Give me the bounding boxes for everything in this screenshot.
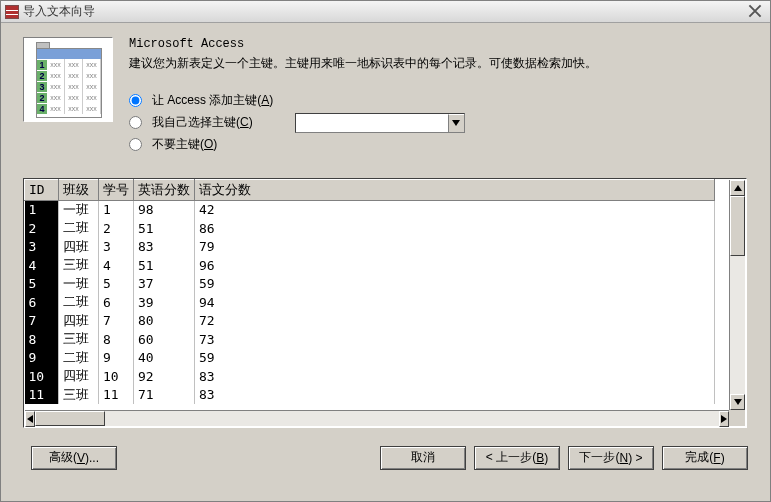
data-cell: 86	[195, 219, 715, 238]
data-cell: 39	[134, 293, 195, 312]
header-text: Microsoft Access 建议您为新表定义一个主键。主键用来唯一地标识表…	[129, 37, 748, 156]
radio-no-key[interactable]	[129, 138, 142, 151]
next-button[interactable]: 下一步(N) >	[568, 446, 654, 470]
header-row: 1xxxxxxxxx2xxxxxxxxx3xxxxxxxxx2xxxxxxxxx…	[23, 37, 748, 156]
horizontal-scrollbar[interactable]	[25, 410, 729, 426]
data-cell: 83	[195, 367, 715, 386]
id-cell: 6	[25, 293, 59, 312]
table-row: 4三班45196	[25, 256, 715, 275]
table-row: 2二班25186	[25, 219, 715, 238]
data-cell: 一班	[59, 200, 99, 219]
data-cell: 四班	[59, 237, 99, 256]
data-cell: 二班	[59, 348, 99, 367]
data-cell: 3	[99, 237, 134, 256]
title-bar: 导入文本向导	[1, 1, 770, 23]
id-cell: 9	[25, 348, 59, 367]
data-cell: 4	[99, 256, 134, 275]
data-cell: 四班	[59, 311, 99, 330]
wizard-illustration: 1xxxxxxxxx2xxxxxxxxx3xxxxxxxxx2xxxxxxxxx…	[23, 37, 113, 122]
data-cell: 二班	[59, 219, 99, 238]
data-cell: 2	[99, 219, 134, 238]
combo-dropdown-icon[interactable]	[448, 114, 464, 132]
data-cell: 83	[195, 385, 715, 404]
scroll-thumb-horizontal[interactable]	[35, 411, 105, 426]
app-icon	[5, 5, 19, 19]
data-cell: 一班	[59, 274, 99, 293]
window-title: 导入文本向导	[23, 3, 748, 20]
data-cell: 三班	[59, 385, 99, 404]
data-cell: 83	[134, 237, 195, 256]
id-cell: 10	[25, 367, 59, 386]
data-cell: 80	[134, 311, 195, 330]
id-cell: 11	[25, 385, 59, 404]
table-row: 1一班19842	[25, 200, 715, 219]
finish-button[interactable]: 完成(F)	[662, 446, 748, 470]
data-cell: 10	[99, 367, 134, 386]
column-header[interactable]: 班级	[59, 179, 99, 200]
description-text: 建议您为新表定义一个主键。主键用来唯一地标识表中的每个记录。可使数据检索加快。	[129, 55, 748, 72]
scroll-thumb-vertical[interactable]	[730, 196, 745, 256]
primary-key-options: 让 Access 添加主键(A) 我自己选择主键(C)	[129, 90, 748, 156]
close-button[interactable]	[748, 4, 766, 20]
id-cell: 7	[25, 311, 59, 330]
id-cell: 8	[25, 330, 59, 349]
data-cell: 二班	[59, 293, 99, 312]
table-row: 8三班86073	[25, 330, 715, 349]
advanced-button[interactable]: 高级(V)...	[31, 446, 117, 470]
scroll-left-button[interactable]	[25, 411, 35, 427]
preview-table: ID班级学号英语分数语文分数1一班198422二班251863四班383794三…	[24, 179, 715, 404]
data-cell: 98	[134, 200, 195, 219]
column-header[interactable]: 语文分数	[195, 179, 715, 200]
data-cell: 79	[195, 237, 715, 256]
id-cell: 3	[25, 237, 59, 256]
table-row: 11三班117183	[25, 385, 715, 404]
data-cell: 四班	[59, 367, 99, 386]
radio-choose-key-label[interactable]: 我自己选择主键(C)	[152, 114, 253, 131]
data-cell: 51	[134, 219, 195, 238]
column-header[interactable]: ID	[25, 179, 59, 200]
table-row: 3四班38379	[25, 237, 715, 256]
data-cell: 73	[195, 330, 715, 349]
button-bar: 高级(V)... 取消 < 上一步(B) 下一步(N) > 完成(F)	[23, 446, 748, 470]
scroll-up-button[interactable]	[730, 180, 745, 196]
table-row: 5一班53759	[25, 274, 715, 293]
data-cell: 37	[134, 274, 195, 293]
table-row: 9二班94059	[25, 348, 715, 367]
scroll-right-button[interactable]	[719, 411, 729, 427]
data-cell: 三班	[59, 256, 99, 275]
data-cell: 11	[99, 385, 134, 404]
data-cell: 92	[134, 367, 195, 386]
data-cell: 96	[195, 256, 715, 275]
product-label: Microsoft Access	[129, 37, 748, 51]
wizard-window: 导入文本向导 1xxxxxxxxx2xxxxxxxxx3xxxxxxxxx2xx…	[0, 0, 771, 502]
table-row: 10四班109283	[25, 367, 715, 386]
data-cell: 7	[99, 311, 134, 330]
data-cell: 60	[134, 330, 195, 349]
data-cell: 51	[134, 256, 195, 275]
radio-no-key-label[interactable]: 不要主键(O)	[152, 136, 217, 153]
data-cell: 5	[99, 274, 134, 293]
data-cell: 71	[134, 385, 195, 404]
data-cell: 59	[195, 274, 715, 293]
id-cell: 2	[25, 219, 59, 238]
radio-auto-key-label[interactable]: 让 Access 添加主键(A)	[152, 92, 273, 109]
data-preview-grid: ID班级学号英语分数语文分数1一班198422二班251863四班383794三…	[23, 178, 747, 428]
vertical-scrollbar[interactable]	[729, 180, 745, 410]
scrollbar-corner	[729, 410, 745, 426]
scroll-down-button[interactable]	[730, 394, 745, 410]
back-button[interactable]: < 上一步(B)	[474, 446, 560, 470]
table-row: 6二班63994	[25, 293, 715, 312]
data-cell: 1	[99, 200, 134, 219]
data-cell: 8	[99, 330, 134, 349]
key-field-combo[interactable]	[295, 113, 465, 133]
radio-auto-key[interactable]	[129, 94, 142, 107]
column-header[interactable]: 英语分数	[134, 179, 195, 200]
table-row: 7四班78072	[25, 311, 715, 330]
data-cell: 94	[195, 293, 715, 312]
cancel-button[interactable]: 取消	[380, 446, 466, 470]
data-cell: 59	[195, 348, 715, 367]
key-field-value	[296, 114, 448, 132]
data-cell: 9	[99, 348, 134, 367]
radio-choose-key[interactable]	[129, 116, 142, 129]
column-header[interactable]: 学号	[99, 179, 134, 200]
